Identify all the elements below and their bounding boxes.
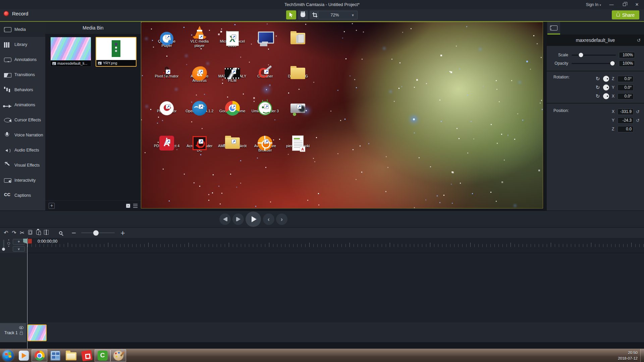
sidebar-item[interactable]: Behaviors bbox=[0, 82, 45, 97]
track-lock-icon[interactable] bbox=[20, 333, 23, 335]
media-bin-item[interactable]: YRY.png bbox=[96, 37, 137, 67]
undo-button[interactable]: ↶ bbox=[2, 230, 10, 236]
rotation-value[interactable]: 0.0° bbox=[618, 76, 634, 82]
desktop-icon[interactable]: ↗ Pivot Animator bbox=[152, 73, 181, 78]
taskbar-app[interactable] bbox=[47, 349, 63, 362]
step-forward-button[interactable] bbox=[232, 214, 244, 225]
taskbar-app[interactable] bbox=[0, 349, 16, 362]
media-bin-item[interactable]: maxresdefault_li... bbox=[50, 37, 91, 67]
previous-clip-button[interactable]: ‹ bbox=[263, 214, 274, 225]
taskbar-app[interactable] bbox=[110, 349, 126, 362]
minimize-button[interactable]: — bbox=[606, 1, 617, 8]
playhead-marker[interactable] bbox=[28, 239, 32, 244]
paste-button[interactable] bbox=[34, 230, 42, 236]
opacity-slider-knob[interactable] bbox=[610, 61, 615, 66]
desktop-icon[interactable]: ↗ Dona VLOG bbox=[283, 73, 312, 78]
desktop-icon[interactable]: ↗ pierwsze-kroki bbox=[283, 143, 312, 148]
sidebar-item[interactable]: Animations bbox=[0, 97, 45, 112]
taskbar-clock[interactable]: 20:50 2018-07-12 bbox=[615, 350, 640, 361]
desktop-icon[interactable]: ↗ Acrobat Reader DC bbox=[185, 143, 214, 153]
redo-button[interactable]: ↷ bbox=[10, 230, 18, 236]
desktop-icon[interactable]: ↗ PDF Architect 4 bbox=[152, 143, 181, 148]
scale-slider-knob[interactable] bbox=[579, 53, 583, 57]
menu-item[interactable] bbox=[35, 4, 42, 6]
timeline-ruler[interactable]: 0:00:00;00 bbox=[28, 238, 644, 253]
timeline-zoom-knob[interactable] bbox=[93, 230, 99, 236]
sign-in-button[interactable]: Sign In ▾ bbox=[583, 2, 604, 7]
split-button[interactable] bbox=[42, 230, 50, 236]
taskbar-app[interactable] bbox=[95, 349, 110, 362]
menu-item[interactable] bbox=[43, 4, 50, 6]
desktop-icon[interactable]: ↗ OpenOffice 4.1.2 bbox=[185, 108, 214, 113]
cut-button[interactable]: ✂ bbox=[18, 230, 26, 236]
timeline-clip[interactable] bbox=[28, 324, 47, 341]
desktop-icon[interactable]: ↗ CCleaner bbox=[251, 73, 279, 78]
playhead-line[interactable] bbox=[27, 238, 28, 349]
play-button[interactable] bbox=[246, 212, 261, 227]
sidebar-item[interactable]: Transitions bbox=[0, 67, 45, 82]
track-visibility-icon[interactable] bbox=[19, 326, 23, 329]
position-value[interactable]: -331.9 bbox=[618, 109, 634, 115]
sidebar-item[interactable]: Cursor Effects bbox=[0, 112, 45, 127]
reset-icon[interactable]: ↺ bbox=[636, 109, 640, 114]
menu-item[interactable] bbox=[19, 4, 26, 6]
canvas-zoom-select[interactable]: 72% ▼ bbox=[318, 11, 358, 19]
share-button[interactable]: Share bbox=[612, 10, 639, 19]
restore-button[interactable] bbox=[619, 1, 630, 8]
previous-frame-button[interactable] bbox=[219, 214, 231, 225]
track-height-slider[interactable] bbox=[3, 240, 4, 250]
list-view-icon[interactable] bbox=[133, 204, 138, 208]
sidebar-item[interactable]: Library bbox=[0, 37, 45, 52]
taskbar-app[interactable] bbox=[63, 349, 79, 362]
reset-icon[interactable]: ↺ bbox=[636, 118, 640, 123]
zoom-out-button[interactable]: − bbox=[70, 229, 78, 236]
record-button[interactable]: Record bbox=[3, 11, 28, 16]
next-clip-button[interactable]: › bbox=[276, 214, 287, 225]
taskbar-app[interactable] bbox=[16, 349, 32, 362]
desktop-icon[interactable]: ↗ Umile Encoder 3 bbox=[251, 108, 279, 113]
position-value[interactable]: 0.0 bbox=[618, 126, 634, 132]
add-media-button[interactable]: + bbox=[49, 203, 55, 209]
desktop-icon[interactable]: ↗ Google Chrome bbox=[218, 108, 247, 113]
add-track-button[interactable]: + bbox=[13, 239, 25, 245]
desktop-icon[interactable]: ↗ MATTEO - CAŁY FILM bbox=[218, 73, 247, 83]
desktop-icon[interactable]: ↗ Microsoft Excel 2010 bbox=[218, 39, 247, 48]
show-desktop-button[interactable] bbox=[640, 349, 644, 362]
rotation-dial[interactable] bbox=[603, 93, 609, 99]
scale-slider[interactable] bbox=[572, 55, 616, 56]
sidebar-item[interactable]: Visual Effects bbox=[0, 158, 45, 173]
desktop-icon[interactable]: ↗ VLC media player bbox=[185, 39, 214, 48]
sidebar-item[interactable]: Voice Narration bbox=[0, 127, 45, 142]
sidebar-item[interactable]: Interactivity bbox=[0, 173, 45, 188]
taskbar-app[interactable] bbox=[32, 349, 47, 362]
timeline-zoom-slider[interactable] bbox=[81, 232, 115, 233]
desktop-icon[interactable]: ↗ Fotosizer bbox=[283, 108, 312, 113]
desktop-icon[interactable]: ↗ Avast Free Antivirus bbox=[185, 73, 214, 83]
zoom-in-button[interactable]: + bbox=[119, 229, 127, 236]
track-header[interactable]: Track 1 bbox=[0, 323, 26, 342]
copy-button[interactable] bbox=[26, 230, 34, 236]
desktop-icon[interactable]: ↗ AMELKA — skrót bbox=[218, 143, 247, 148]
sidebar-item[interactable]: Media bbox=[0, 22, 45, 37]
menu-item[interactable] bbox=[3, 4, 10, 6]
scale-value[interactable]: 100% bbox=[619, 52, 635, 58]
sidebar-item[interactable]: Annotations bbox=[0, 52, 45, 67]
desktop-icon[interactable]: ↗ Avast Secure Browser bbox=[251, 143, 279, 153]
desktop-icon[interactable]: ↗ wesele bbox=[283, 39, 312, 44]
close-button[interactable]: ✕ bbox=[631, 1, 643, 8]
reset-all-icon[interactable]: ↺ bbox=[637, 38, 641, 43]
desktop-icon[interactable]: ↗ QuickTime Player bbox=[152, 39, 181, 48]
rotation-dial[interactable] bbox=[603, 76, 609, 82]
rotation-value[interactable]: 0.0° bbox=[618, 93, 634, 100]
select-tool-button[interactable] bbox=[286, 10, 296, 19]
taskbar-app[interactable] bbox=[79, 349, 95, 362]
visual-properties-tab[interactable] bbox=[547, 22, 560, 35]
canvas-video-frame[interactable]: ↗ Samsung Printer Diagnostics ↗ C pity 2… bbox=[141, 22, 543, 208]
desktop-icon[interactable]: ↗ PDFCreator bbox=[152, 108, 181, 113]
position-value[interactable]: -24.3 bbox=[618, 117, 634, 124]
menu-item[interactable] bbox=[27, 4, 34, 6]
rotation-value[interactable]: 0.0° bbox=[618, 84, 634, 91]
rotation-dial[interactable] bbox=[603, 84, 609, 90]
collapse-tracks-button[interactable]: ∨ bbox=[13, 246, 25, 252]
opacity-value[interactable]: 100% bbox=[619, 60, 635, 67]
